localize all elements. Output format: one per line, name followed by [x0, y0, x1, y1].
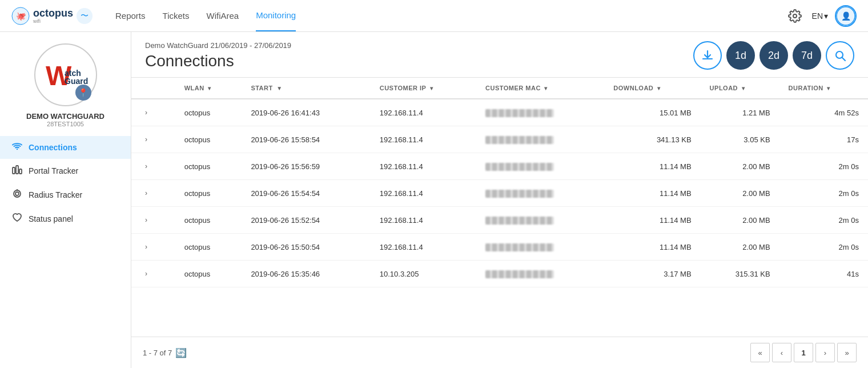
download-cell: 11.14 MB: [604, 153, 700, 180]
nav-wifiarea[interactable]: WifiArea: [206, 1, 239, 31]
col-customer-ip[interactable]: CUSTOMER IP ▾: [371, 78, 476, 99]
download-cell: 11.14 MB: [604, 207, 700, 234]
col-upload[interactable]: UPLOAD ▾: [701, 78, 779, 99]
download-cell: 15.01 MB: [604, 99, 700, 126]
svg-line-16: [842, 58, 845, 61]
table-row: › octopus 2019-06-26 15:50:54 192.168.11…: [131, 234, 868, 261]
logo-sub: wifi: [33, 18, 73, 24]
nav-links: Reports Tickets WifiArea Monitoring: [115, 0, 767, 31]
expand-cell[interactable]: ›: [131, 234, 175, 261]
user-avatar[interactable]: 👤: [835, 5, 857, 27]
wlan-cell: octopus: [175, 261, 242, 287]
sidebar-item-status-panel[interactable]: Status panel: [0, 207, 131, 231]
svg-rect-11: [19, 169, 22, 174]
company-name: DEMO WATCHGUARD: [0, 112, 131, 121]
wlan-cell: octopus: [175, 126, 242, 153]
mac-address: [485, 163, 554, 171]
main-content: Demo WatchGuard 21/06/2019 - 27/06/2019 …: [131, 32, 868, 368]
download-cell: 11.14 MB: [604, 180, 700, 207]
upload-cell: 315.31 KB: [701, 261, 779, 287]
connections-table-area: WLAN ▾ START ▼ CUSTOMER IP ▾ CUSTOMER MA…: [131, 78, 868, 337]
language-selector[interactable]: EN ▾: [812, 11, 828, 21]
expand-button[interactable]: ›: [140, 134, 152, 145]
1d-button[interactable]: 1d: [726, 41, 755, 70]
table-row: › octopus 2019-06-26 15:56:59 192.168.11…: [131, 153, 868, 180]
sidebar-item-portal-tracker[interactable]: Portal Tracker: [0, 159, 131, 183]
sidebar-item-radius-tracker[interactable]: Radius Tracker: [0, 183, 131, 207]
svg-point-13: [15, 192, 19, 195]
search-button[interactable]: [826, 41, 854, 70]
nav-monitoring[interactable]: Monitoring: [256, 0, 296, 31]
customer-mac-cell: [476, 261, 604, 287]
customer-mac-cell: [476, 153, 604, 180]
sidebar-item-connections[interactable]: Connections: [0, 136, 131, 159]
expand-button[interactable]: ›: [140, 214, 152, 226]
expand-cell[interactable]: ›: [131, 207, 175, 234]
expand-button[interactable]: ›: [140, 268, 152, 279]
expand-cell[interactable]: ›: [131, 153, 175, 180]
expand-button[interactable]: ›: [140, 161, 152, 172]
col-download[interactable]: DOWNLOAD ▾: [604, 78, 700, 99]
download-cell: 11.14 MB: [604, 234, 700, 261]
sidebar-item-label: Radius Tracker: [29, 190, 82, 199]
prev-page-button[interactable]: ‹: [772, 343, 791, 362]
expand-cell[interactable]: ›: [131, 180, 175, 207]
expand-cell[interactable]: ›: [131, 99, 175, 126]
expand-button[interactable]: ›: [140, 187, 152, 199]
2d-button[interactable]: 2d: [760, 41, 788, 70]
logo-text: octopus: [33, 7, 73, 19]
7d-button[interactable]: 7d: [793, 41, 821, 70]
table-row: › octopus 2019-06-26 15:52:54 192.168.11…: [131, 207, 868, 234]
expand-cell[interactable]: ›: [131, 261, 175, 287]
chevron-down-icon: ▾: [824, 11, 828, 21]
location-badge: 📍: [75, 85, 91, 101]
duration-cell: 17s: [779, 126, 868, 153]
top-navigation: 🐙 octopus wifi 〜 Reports Tickets WifiAre…: [0, 0, 868, 32]
svg-point-8: [17, 149, 18, 150]
upload-cell: 3.05 KB: [701, 126, 779, 153]
col-wlan[interactable]: WLAN ▾: [175, 78, 242, 99]
sidebar-item-label: Status panel: [29, 214, 73, 223]
expand-cell[interactable]: ›: [131, 126, 175, 153]
wlan-cell: octopus: [175, 207, 242, 234]
expand-button[interactable]: ›: [140, 241, 152, 253]
svg-text:🐙: 🐙: [16, 11, 26, 21]
music-wave-icon: 〜: [77, 8, 93, 24]
nav-tickets[interactable]: Tickets: [163, 1, 190, 31]
customer-ip-cell: 192.168.11.4: [371, 153, 476, 180]
wifi-icon: [11, 142, 23, 153]
col-start[interactable]: START ▼: [242, 78, 370, 99]
download-button[interactable]: [693, 41, 722, 70]
sort-icon: ▾: [827, 85, 830, 91]
customer-ip-cell: 192.168.11.4: [371, 207, 476, 234]
start-cell: 2019-06-26 15:52:54: [242, 207, 370, 234]
col-duration[interactable]: DURATION ▾: [779, 78, 868, 99]
mac-address: [485, 243, 554, 251]
svg-rect-9: [13, 167, 15, 174]
customer-ip-cell: 10.10.3.205: [371, 261, 476, 287]
refresh-icon[interactable]: 🔄: [175, 347, 187, 358]
duration-cell: 2m 0s: [779, 234, 868, 261]
last-page-button[interactable]: »: [837, 343, 857, 362]
next-page-button[interactable]: ›: [815, 343, 835, 362]
start-cell: 2019-06-26 15:56:59: [242, 153, 370, 180]
start-cell: 2019-06-26 15:58:54: [242, 126, 370, 153]
svg-point-12: [14, 190, 21, 197]
nav-reports[interactable]: Reports: [115, 1, 146, 31]
duration-cell: 41s: [779, 261, 868, 287]
customer-ip-cell: 192.168.11.4: [371, 99, 476, 126]
table-row: › octopus 2019-06-26 15:35:46 10.10.3.20…: [131, 261, 868, 287]
content-header: Demo WatchGuard 21/06/2019 - 27/06/2019 …: [131, 32, 868, 78]
current-page-button[interactable]: 1: [794, 343, 813, 362]
start-cell: 2019-06-26 15:50:54: [242, 234, 370, 261]
wlan-cell: octopus: [175, 180, 242, 207]
first-page-button[interactable]: «: [750, 343, 770, 362]
customer-ip-cell: 192.168.11.4: [371, 234, 476, 261]
settings-icon[interactable]: [785, 6, 805, 26]
col-customer-mac[interactable]: CUSTOMER MAC ▾: [476, 78, 604, 99]
customer-ip-cell: 192.168.11.4: [371, 180, 476, 207]
wlan-cell: octopus: [175, 153, 242, 180]
octopus-logo-icon: 🐙: [11, 7, 30, 25]
expand-button[interactable]: ›: [140, 107, 152, 118]
main-layout: W atch Guard 📍 DEMO WATCHGUARD 28TEST100…: [0, 32, 868, 368]
